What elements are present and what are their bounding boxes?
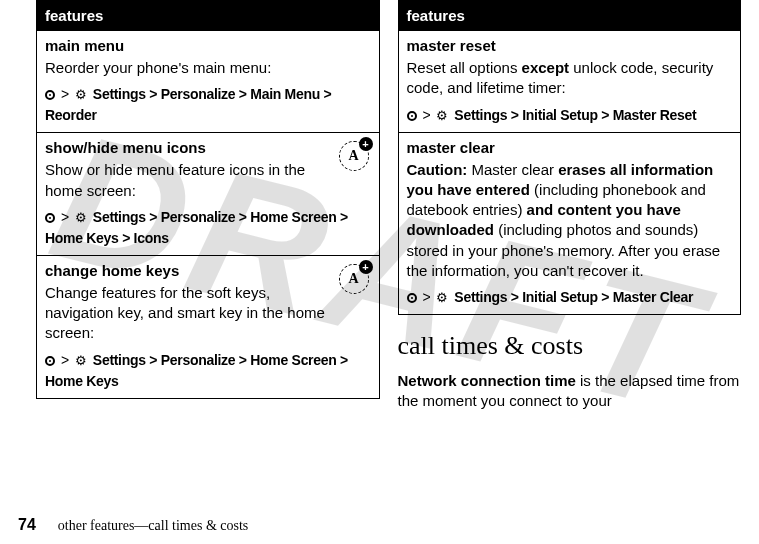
row-show-hide-icons: A+ show/hide menu icons Show or hide men… [37,133,380,256]
bold-text: Network connection time [398,372,576,389]
gt: > [61,352,73,368]
page-number: 74 [18,516,36,534]
right-column: features master reset Reset all options … [398,0,742,412]
settings-icon: ⚙ [75,351,87,371]
gt: > [422,289,434,305]
nav-path: > ⚙ Settings > Initial Setup > Master Re… [407,105,733,126]
row-master-reset: master reset Reset all options except un… [398,31,741,133]
row-title: show/hide menu icons [45,139,371,156]
table-header: features [37,1,380,31]
features-table-right: features master reset Reset all options … [398,0,742,315]
text: Reset all options [407,59,522,76]
row-body: Show or hide menu feature icons in the h… [45,160,371,201]
footer-text: other features—call times & costs [58,518,249,534]
row-title: master clear [407,139,733,156]
row-title: main menu [45,37,371,54]
bold-text: except [522,59,570,76]
text: Master clear [467,161,558,178]
row-master-clear: master clear Caution: Master clear erase… [398,132,741,315]
left-column: features main menu Reorder your phone's … [36,0,380,412]
section-heading-call-times: call times & costs [398,331,742,361]
settings-icon: ⚙ [436,106,448,126]
row-body: Change features for the soft keys, navig… [45,283,371,344]
settings-icon: ⚙ [436,288,448,308]
gt: > [61,209,73,225]
operator-dependent-badge: A+ [337,139,371,173]
center-key-icon [407,111,417,121]
center-key-icon [45,90,55,100]
nav-path: > ⚙ Settings > Personalize > Home Screen… [45,207,371,249]
row-body: Caution: Master clear erases all informa… [407,160,733,282]
path-text: Settings > Personalize > Main Menu > Reo… [45,86,331,123]
settings-icon: ⚙ [75,85,87,105]
features-table-left: features main menu Reorder your phone's … [36,0,380,399]
row-title: change home keys [45,262,371,279]
nav-path: > ⚙ Settings > Personalize > Main Menu >… [45,84,371,126]
path-text: Settings > Personalize > Home Screen > H… [45,209,348,246]
path-text: Settings > Personalize > Home Screen > H… [45,352,348,389]
row-body: Reorder your phone's main menu: [45,58,371,78]
gt: > [61,86,73,102]
nav-path: > ⚙ Settings > Personalize > Home Screen… [45,350,371,392]
table-header: features [398,1,741,31]
nav-path: > ⚙ Settings > Initial Setup > Master Cl… [407,287,733,308]
row-title: master reset [407,37,733,54]
row-change-home-keys: A+ change home keys Change features for … [37,255,380,398]
path-text: Settings > Initial Setup > Master Clear [454,289,693,305]
center-key-icon [45,213,55,223]
path-text: Settings > Initial Setup > Master Reset [454,107,696,123]
row-main-menu: main menu Reorder your phone's main menu… [37,31,380,133]
center-key-icon [407,293,417,303]
section-body: Network connection time is the elapsed t… [398,371,742,412]
center-key-icon [45,356,55,366]
page-footer: 74 other features—call times & costs [18,516,248,534]
caution-label: Caution: [407,161,468,178]
operator-dependent-badge: A+ [337,262,371,296]
page-content: features main menu Reorder your phone's … [0,0,759,412]
gt: > [422,107,434,123]
settings-icon: ⚙ [75,208,87,228]
row-body: Reset all options except unlock code, se… [407,58,733,99]
